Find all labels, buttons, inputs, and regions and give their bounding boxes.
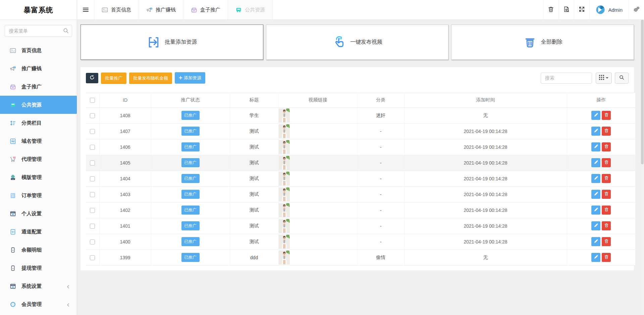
video-thumbnail[interactable] — [279, 203, 357, 217]
delete-button[interactable] — [602, 174, 611, 183]
add-resource-button[interactable]: 添加资源 — [175, 72, 205, 84]
edit-button[interactable] — [591, 111, 600, 120]
member-icon — [10, 301, 16, 308]
status-badge[interactable]: 已推广 — [181, 127, 200, 136]
refresh-button[interactable] — [86, 73, 98, 83]
batch-publish-random-amount-button[interactable]: 批量发布随机金额 — [129, 73, 172, 84]
status-badge[interactable]: 已推广 — [181, 206, 200, 215]
delete-button[interactable] — [602, 158, 611, 167]
user-menu[interactable]: Admin — [589, 0, 629, 19]
row-checkbox[interactable] — [90, 224, 95, 229]
status-badge[interactable]: 已推广 — [181, 221, 200, 230]
status-badge[interactable]: 已推广 — [181, 142, 200, 151]
status-badge[interactable]: 已推广 — [181, 253, 200, 262]
row-checkbox[interactable] — [90, 192, 95, 197]
chevron-down-icon — [606, 77, 608, 79]
sidebar-item-domain-manage[interactable]: 域名管理 — [0, 132, 77, 150]
sidebar-item-agent-manage[interactable]: 代理管理 — [0, 150, 77, 168]
delete-button[interactable] — [602, 206, 611, 215]
sidebar-item-member-manage[interactable]: 会员管理 — [0, 295, 77, 313]
batch-promote-button[interactable]: 批量推广 — [101, 73, 126, 84]
sidebar-search-input[interactable] — [5, 25, 72, 37]
card-delete-all[interactable]: 全部删除 — [451, 25, 634, 60]
delete-button[interactable] — [602, 127, 611, 136]
pencil-icon — [594, 176, 598, 181]
video-thumbnail[interactable] — [279, 219, 357, 233]
delete-button[interactable] — [602, 190, 611, 199]
trash-icon — [604, 207, 609, 213]
sidebar-item-order-manage[interactable]: 订单管理 — [0, 186, 77, 205]
delete-button[interactable] — [602, 253, 611, 262]
delete-button[interactable] — [602, 111, 611, 120]
video-thumbnail[interactable] — [279, 156, 357, 170]
edit-button[interactable] — [591, 174, 600, 183]
delete-button[interactable] — [602, 221, 611, 230]
video-thumbnail[interactable] — [279, 124, 357, 138]
row-checkbox[interactable] — [90, 129, 95, 134]
sidebar-item-personal-settings[interactable]: 个人设置 — [0, 205, 77, 223]
video-thumbnail[interactable] — [279, 172, 357, 186]
edit-button[interactable] — [591, 237, 600, 246]
row-checkbox[interactable] — [90, 255, 95, 260]
row-checkbox[interactable] — [90, 208, 95, 213]
edit-button[interactable] — [591, 253, 600, 262]
status-badge[interactable]: 已推广 — [181, 158, 200, 167]
row-checkbox[interactable] — [90, 239, 95, 244]
cell-id: 1405 — [99, 155, 151, 171]
select-all-checkbox[interactable] — [90, 98, 95, 103]
row-checkbox[interactable] — [90, 145, 95, 150]
sidebar-item-withdraw-manage[interactable]: s提现管理 — [0, 259, 77, 277]
video-thumbnail[interactable] — [279, 251, 357, 265]
clear-cache-button[interactable] — [558, 0, 574, 19]
sidebar-item-promote-earn[interactable]: $推广赚钱 — [0, 59, 77, 78]
col-video: 视频链接 — [278, 93, 357, 107]
card-one-click-publish[interactable]: 一键发布视频 — [266, 25, 449, 60]
cell-status: 已推广 — [151, 107, 230, 123]
cell-actions — [567, 107, 635, 123]
video-thumbnail[interactable] — [279, 140, 357, 154]
tab-home-info[interactable]: 首页信息 — [94, 0, 139, 19]
table-row: 1404已推广测试-2021-04-19 00:14:28 — [86, 171, 635, 186]
tab-public-resource[interactable]: 公共资源 — [228, 0, 273, 19]
edit-button[interactable] — [591, 221, 600, 230]
settings-button[interactable] — [629, 0, 644, 19]
edit-button[interactable] — [591, 206, 600, 215]
sidebar-toggle-button[interactable] — [77, 0, 94, 19]
sidebar-item-box-promote[interactable]: 盒子推广 — [0, 78, 77, 96]
tab-box-promote[interactable]: 盒子推广 — [183, 0, 228, 19]
sidebar-item-channel-config[interactable]: $通道配置 — [0, 223, 77, 241]
edit-button[interactable] — [591, 190, 600, 199]
delete-button[interactable] — [602, 237, 611, 246]
tab-promote-earn[interactable]: $推广赚钱 — [139, 0, 183, 19]
row-checkbox[interactable] — [90, 176, 95, 181]
sidebar-item-template-manage[interactable]: HTML模版管理 — [0, 168, 77, 186]
status-badge[interactable]: 已推广 — [181, 111, 200, 120]
sidebar-item-home-info[interactable]: 首页信息 — [0, 41, 77, 59]
row-checkbox[interactable] — [90, 161, 95, 166]
columns-dropdown-button[interactable] — [596, 73, 612, 84]
pencil-icon — [594, 191, 598, 197]
sidebar-item-category-columns[interactable]: 分类栏目 — [0, 114, 77, 132]
sidebar-item-balance-detail[interactable]: s余额明细 — [0, 241, 77, 259]
fullscreen-button[interactable] — [574, 0, 589, 19]
video-thumbnail[interactable] — [279, 235, 357, 249]
edit-button[interactable] — [591, 142, 600, 151]
delete-button[interactable] — [602, 142, 611, 151]
video-thumbnail[interactable] — [279, 187, 357, 201]
table-search-input[interactable] — [541, 73, 592, 84]
search-submit-button[interactable] — [615, 73, 629, 84]
status-badge[interactable]: 已推广 — [181, 237, 200, 246]
status-badge[interactable]: 已推广 — [181, 190, 200, 199]
video-thumbnail[interactable] — [279, 108, 357, 123]
batch-add-icon — [147, 35, 161, 49]
card-batch-add-resource[interactable]: 批量添加资源 — [80, 25, 263, 60]
sidebar-item-system-settings[interactable]: 系统设置 — [0, 277, 77, 295]
pencil-icon — [594, 160, 598, 166]
trash-button[interactable] — [543, 0, 558, 19]
sidebar-item-public-resource[interactable]: 公共资源 — [0, 96, 77, 114]
scrollbar-thumb[interactable] — [641, 20, 644, 164]
status-badge[interactable]: 已推广 — [181, 174, 200, 183]
row-checkbox[interactable] — [90, 113, 95, 118]
edit-button[interactable] — [591, 127, 600, 136]
edit-button[interactable] — [591, 158, 600, 167]
